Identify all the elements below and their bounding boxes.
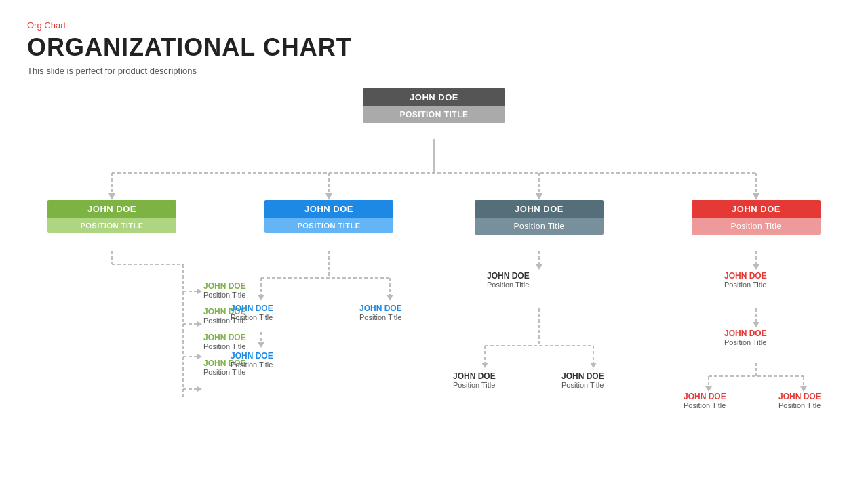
svg-marker-15 <box>197 354 202 359</box>
svg-marker-17 <box>197 386 202 392</box>
red-bottom-right: JOHN DOE Position Title <box>778 392 821 409</box>
svg-marker-7 <box>326 193 332 200</box>
main-title: ORGANIZATIONAL CHART <box>27 33 841 62</box>
header: Org Chart ORGANIZATIONAL CHART This slid… <box>27 20 841 76</box>
red-sub-2-name: JOHN DOE <box>724 329 767 338</box>
gray-bottom-left-title: Position Title <box>453 381 496 389</box>
red-bottom-right-title: Position Title <box>778 401 821 409</box>
svg-marker-37 <box>590 363 597 368</box>
level1-red: JOHN DOE Position Title <box>692 200 821 237</box>
svg-marker-25 <box>258 295 264 300</box>
slide: Org Chart ORGANIZATIONAL CHART This slid… <box>0 0 868 488</box>
blue-sub-right: JOHN DOE Position Title <box>359 304 402 321</box>
green-sub-3: JOHN DOE Position Title <box>203 333 246 350</box>
red-title: Position Title <box>692 218 821 235</box>
red-sub-2: JOHN DOE Position Title <box>724 329 767 346</box>
gray-bottom-left: JOHN DOE Position Title <box>453 371 496 389</box>
svg-marker-31 <box>536 264 542 270</box>
root-name: JOHN DOE <box>363 88 505 106</box>
svg-marker-8 <box>536 193 542 200</box>
root-title: POSITION TITLE <box>363 106 505 123</box>
gray-sub-1: JOHN DOE Position Title <box>487 271 530 289</box>
svg-marker-39 <box>753 264 760 270</box>
green-sub-1: JOHN DOE Position Title <box>203 281 246 299</box>
svg-marker-47 <box>800 386 807 392</box>
subtitle: This slide is perfect for product descri… <box>27 66 841 76</box>
red-sub-1-title: Position Title <box>724 281 767 289</box>
blue-sub-bottom: JOHN DOE Position Title <box>231 351 273 369</box>
red-sub-1: JOHN DOE Position Title <box>724 271 767 289</box>
gray-bottom-right-name: JOHN DOE <box>561 371 604 381</box>
red-bottom-right-name: JOHN DOE <box>778 392 821 401</box>
svg-marker-41 <box>753 322 760 327</box>
level1-blue: JOHN DOE POSITION TITLE <box>264 200 393 236</box>
blue-sub-bottom-name: JOHN DOE <box>231 351 273 361</box>
gray-name: JOHN DOE <box>475 200 604 218</box>
green-sub-3-title: Position Title <box>203 342 246 350</box>
green-name: JOHN DOE <box>47 200 176 218</box>
svg-marker-9 <box>753 193 760 200</box>
green-title: POSITION TITLE <box>47 218 176 233</box>
blue-name: JOHN DOE <box>264 200 393 218</box>
red-bottom-left: JOHN DOE Position Title <box>684 392 726 409</box>
blue-title: POSITION TITLE <box>264 218 393 233</box>
level1-gray: JOHN DOE Position Title <box>475 200 604 237</box>
red-sub-2-title: Position Title <box>724 338 767 346</box>
gray-bottom-left-name: JOHN DOE <box>453 371 496 381</box>
green-sub-3-name: JOHN DOE <box>203 333 246 342</box>
red-sub-1-name: JOHN DOE <box>724 271 767 281</box>
blue-sub-bottom-title: Position Title <box>231 361 273 369</box>
gray-bottom-right: JOHN DOE Position Title <box>561 371 604 389</box>
gray-sub-1-title: Position Title <box>487 281 530 289</box>
gray-sub-1-name: JOHN DOE <box>487 271 530 281</box>
svg-marker-29 <box>258 342 264 348</box>
green-sub-4-title: Position Title <box>203 368 246 376</box>
gray-bottom-right-title: Position Title <box>561 381 604 389</box>
root-node: JOHN DOE POSITION TITLE <box>363 88 505 125</box>
blue-sub-left: JOHN DOE Position Title <box>231 304 273 321</box>
green-sub-1-title: Position Title <box>203 291 246 299</box>
blue-sub-right-name: JOHN DOE <box>359 304 402 313</box>
red-bottom-left-name: JOHN DOE <box>684 392 726 401</box>
blue-sub-left-title: Position Title <box>231 313 273 321</box>
level1-green: JOHN DOE POSITION TITLE <box>47 200 176 236</box>
svg-marker-13 <box>197 321 202 327</box>
svg-marker-35 <box>481 363 488 368</box>
svg-marker-11 <box>197 289 202 294</box>
green-sub-1-name: JOHN DOE <box>203 281 246 291</box>
red-name: JOHN DOE <box>692 200 821 218</box>
svg-marker-27 <box>387 295 393 300</box>
svg-marker-6 <box>108 193 115 200</box>
red-bottom-left-title: Position Title <box>684 401 726 409</box>
blue-sub-left-name: JOHN DOE <box>231 304 273 313</box>
blue-sub-right-title: Position Title <box>359 313 402 321</box>
svg-marker-45 <box>705 386 712 392</box>
gray-title: Position Title <box>475 218 604 235</box>
org-label: Org Chart <box>27 20 841 30</box>
